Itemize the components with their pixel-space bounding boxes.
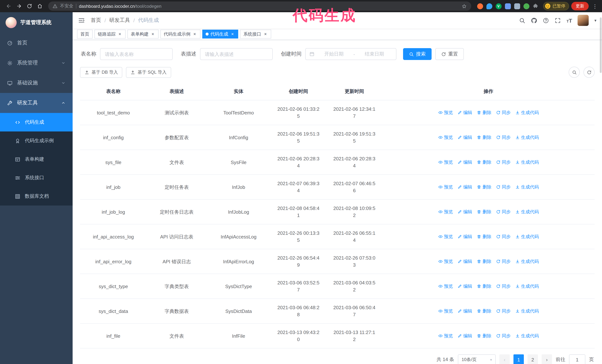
row-action-edit[interactable]: 编辑 [457, 233, 472, 240]
sidebar-item-devtools[interactable]: 研发工具 [0, 93, 73, 113]
sidebar-item-codegen-example[interactable]: 代码生成示例 [0, 131, 73, 150]
row-action-delete[interactable]: 删除 [477, 233, 491, 240]
row-action-generate[interactable]: 生成代码 [515, 283, 539, 290]
row-action-delete[interactable]: 删除 [477, 184, 491, 190]
row-action-sync[interactable]: 同步 [496, 332, 511, 339]
row-action-delete[interactable]: 删除 [477, 208, 491, 215]
row-action-generate[interactable]: 生成代码 [515, 332, 539, 339]
bookmark-star-icon[interactable] [462, 3, 467, 9]
goto-page-input[interactable] [569, 354, 585, 364]
prev-page-button[interactable]: ‹ [499, 354, 510, 364]
user-avatar[interactable] [578, 15, 589, 26]
row-action-delete[interactable]: 删除 [477, 159, 491, 166]
sidebar-item-infra[interactable]: 基础设施 [0, 73, 73, 93]
row-action-sync[interactable]: 同步 [496, 258, 511, 265]
sidebar-toggle-icon[interactable] [78, 17, 85, 24]
browser-home-button[interactable] [35, 1, 44, 11]
tab-close-icon[interactable]: × [192, 32, 197, 36]
sidebar-item-home[interactable]: 首页 [0, 33, 73, 53]
header-search-icon[interactable] [519, 17, 525, 23]
row-action-delete[interactable]: 删除 [477, 134, 491, 141]
row-action-delete[interactable]: 删除 [477, 308, 491, 315]
tab-codegen[interactable]: 代码生成× [202, 30, 238, 39]
row-action-delete[interactable]: 删除 [477, 258, 491, 265]
ext-blue-drop-icon[interactable] [486, 3, 492, 9]
ext-leaf-icon[interactable] [523, 3, 529, 9]
row-action-edit[interactable]: 编辑 [457, 208, 472, 215]
browser-update-button[interactable]: 更新 [571, 2, 589, 10]
tab-form-builder[interactable]: 表单构建× [128, 30, 159, 39]
row-action-preview[interactable]: 预览 [438, 159, 453, 166]
row-action-sync[interactable]: 同步 [496, 109, 511, 116]
row-action-generate[interactable]: 生成代码 [515, 184, 539, 190]
tab-close-icon[interactable]: × [263, 32, 268, 36]
help-docs-icon[interactable] [543, 17, 549, 23]
sidebar-item-system[interactable]: 系统管理 [0, 53, 73, 73]
search-button[interactable]: 搜索 [403, 48, 431, 60]
row-action-generate[interactable]: 生成代码 [515, 258, 539, 265]
profile-paused-chip[interactable]: 已暂停 [543, 2, 569, 10]
sidebar-item-codegen[interactable]: 代码生成 [0, 113, 73, 131]
row-action-sync[interactable]: 同步 [496, 159, 511, 166]
tab-close-icon[interactable]: × [118, 32, 122, 36]
browser-back-button[interactable] [4, 1, 13, 11]
row-action-preview[interactable]: 预览 [438, 332, 453, 339]
chevron-down-icon[interactable]: ▾ [594, 18, 596, 23]
sidebar-item-db-doc[interactable]: 数据库文档 [0, 187, 73, 206]
tab-close-icon[interactable]: × [230, 32, 235, 36]
row-action-generate[interactable]: 生成代码 [515, 109, 539, 116]
row-action-preview[interactable]: 预览 [438, 184, 453, 190]
row-action-sync[interactable]: 同步 [496, 134, 511, 141]
row-action-edit[interactable]: 编辑 [457, 184, 472, 190]
table-desc-input[interactable] [200, 48, 273, 60]
row-action-edit[interactable]: 编辑 [457, 134, 472, 141]
page-size-select[interactable]: 10条/页 ▾ [458, 354, 496, 364]
row-action-edit[interactable]: 编辑 [457, 109, 472, 116]
page-scrollbar[interactable] [600, 17, 602, 73]
import-db-button[interactable]: 基于 DB 导入 [80, 67, 122, 78]
page-button-2[interactable]: 2 [527, 354, 538, 364]
tab-close-icon[interactable]: × [150, 32, 155, 36]
row-action-preview[interactable]: 预览 [438, 208, 453, 215]
row-action-edit[interactable]: 编辑 [457, 258, 472, 265]
ext-green-v-icon[interactable]: V [495, 3, 501, 9]
ext-puzzle-icon[interactable] [533, 3, 538, 9]
reset-button[interactable]: 重置 [435, 48, 464, 60]
row-action-sync[interactable]: 同步 [496, 308, 511, 315]
row-action-preview[interactable]: 预览 [438, 258, 453, 265]
next-page-button[interactable]: › [542, 354, 552, 364]
row-action-generate[interactable]: 生成代码 [515, 233, 539, 240]
row-action-generate[interactable]: 生成代码 [515, 134, 539, 141]
browser-menu-icon[interactable]: ⋮ [589, 3, 598, 9]
row-action-edit[interactable]: 编辑 [457, 308, 472, 315]
row-action-delete[interactable]: 删除 [477, 332, 491, 339]
browser-reload-button[interactable] [24, 1, 34, 11]
toggle-search-button[interactable] [569, 67, 580, 78]
row-action-sync[interactable]: 同步 [496, 208, 511, 215]
row-action-delete[interactable]: 删除 [477, 109, 491, 116]
ext-orange-icon[interactable] [477, 3, 483, 9]
import-sql-button[interactable]: 基于 SQL 导入 [126, 67, 171, 78]
row-action-preview[interactable]: 预览 [438, 109, 453, 116]
page-button-1[interactable]: 1 [514, 354, 524, 364]
tab-api[interactable]: 系统接口× [240, 30, 271, 39]
row-action-generate[interactable]: 生成代码 [515, 159, 539, 166]
table-name-input[interactable] [100, 48, 173, 60]
app-logo[interactable]: 芋道管理系统 [0, 12, 73, 33]
row-action-preview[interactable]: 预览 [438, 134, 453, 141]
row-action-edit[interactable]: 编辑 [457, 332, 472, 339]
sidebar-item-form-builder[interactable]: 表单构建 [0, 150, 73, 168]
row-action-delete[interactable]: 删除 [477, 283, 491, 290]
address-bar[interactable]: 不安全 dashboard.yudao.iocoder.cn/tool/code… [48, 1, 471, 11]
font-size-icon[interactable]: TT [566, 18, 572, 23]
fullscreen-icon[interactable] [555, 17, 561, 23]
tab-home[interactable]: 首页 [77, 30, 93, 39]
row-action-edit[interactable]: 编辑 [457, 283, 472, 290]
row-action-preview[interactable]: 预览 [438, 283, 453, 290]
breadcrumb-item[interactable]: 首页 [91, 17, 101, 24]
create-time-range-picker[interactable]: 开始日期 - 结束日期 [305, 48, 396, 60]
row-action-sync[interactable]: 同步 [496, 233, 511, 240]
row-action-generate[interactable]: 生成代码 [515, 308, 539, 315]
github-icon[interactable] [531, 17, 537, 23]
sidebar-item-api[interactable]: 系统接口 [0, 168, 73, 187]
